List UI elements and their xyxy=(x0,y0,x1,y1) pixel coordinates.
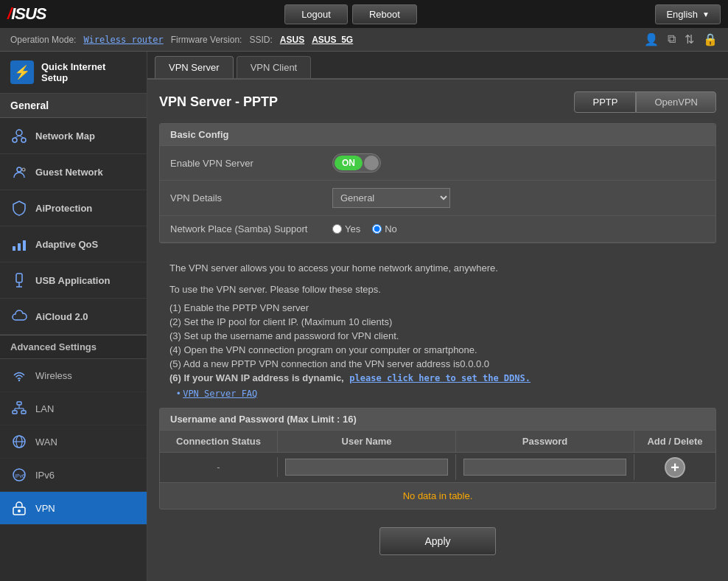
content-area: VPN Server - PPTP PPTP OpenVPN Basic Con… xyxy=(147,80,728,581)
sidebar-item-network-map[interactable]: Network Map xyxy=(0,118,147,154)
svg-line-3 xyxy=(15,136,19,138)
sidebar-label-ipv6: IPv6 xyxy=(35,470,55,481)
aiprotection-icon xyxy=(10,199,28,217)
vpn-details-row: VPN Details General xyxy=(160,181,715,216)
sidebar-item-guest-network[interactable]: Guest Network xyxy=(0,154,147,190)
sidebar-item-usb-application[interactable]: USB Application xyxy=(0,262,147,299)
toggle-knob xyxy=(364,156,379,170)
vpn-details-value: General xyxy=(332,188,705,208)
sidebar-label-aicloud: AiCloud 2.0 xyxy=(35,311,88,322)
info-step6: (6) If your WAN IP address is dynamic, p… xyxy=(159,371,716,385)
tab-vpn-server[interactable]: VPN Server xyxy=(155,56,234,78)
info-line2: To use the VPN server. Please follow the… xyxy=(159,279,716,301)
op-mode-label: Operation Mode: xyxy=(10,35,76,45)
add-row-button[interactable]: + xyxy=(665,457,685,478)
vpn-details-select[interactable]: General xyxy=(332,188,450,208)
sidebar-item-lan[interactable]: LAN xyxy=(0,392,147,425)
page-header: VPN Server - PPTP PPTP OpenVPN xyxy=(159,91,716,113)
basic-config-section: Basic Config Enable VPN Server ON VPN De… xyxy=(159,123,716,243)
sidebar-item-wireless[interactable]: Wireless xyxy=(0,359,147,392)
ssid-5g-value[interactable]: ASUS_5G xyxy=(312,35,353,45)
radio-no-text: No xyxy=(385,223,397,234)
svg-point-5 xyxy=(17,167,21,172)
enable-vpn-row: Enable VPN Server ON xyxy=(160,146,715,181)
col-connection-status: Connection Status xyxy=(160,431,278,452)
sidebar-label-aiprotection: AiProtection xyxy=(35,203,92,214)
col-add-delete: Add / Delete xyxy=(634,431,715,452)
table-header: Username and Password (Max Limit : 16) xyxy=(160,408,715,431)
general-section-title: General xyxy=(0,94,147,118)
language-button[interactable]: English ▼ xyxy=(655,4,721,24)
chevron-down-icon: ▼ xyxy=(702,10,710,18)
ssid-value[interactable]: ASUS xyxy=(280,35,304,45)
user-table-section: Username and Password (Max Limit : 16) C… xyxy=(159,408,716,509)
radio-no[interactable] xyxy=(372,224,382,234)
svg-rect-14 xyxy=(17,402,21,405)
svg-rect-10 xyxy=(16,274,22,282)
no-data-message: No data in table. xyxy=(160,483,715,509)
td-status: - xyxy=(160,457,278,477)
logout-button[interactable]: Logout xyxy=(284,4,348,24)
main-content: VPN Server VPN Client VPN Server - PPTP … xyxy=(147,52,728,581)
info-step4: (4) Open the VPN connection program on y… xyxy=(159,343,716,357)
operation-mode-bar: Operation Mode: Wireless router Firmware… xyxy=(0,28,728,52)
wireless-icon xyxy=(10,366,28,384)
sidebar-item-aiprotection[interactable]: AiProtection xyxy=(0,190,147,226)
basic-config-header: Basic Config xyxy=(160,124,715,146)
pptp-button[interactable]: PPTP xyxy=(574,91,636,113)
sidebar-item-vpn[interactable]: VPN xyxy=(0,492,147,525)
lock-icon[interactable]: 🔒 xyxy=(703,32,718,46)
svg-point-27 xyxy=(18,509,21,512)
password-input[interactable] xyxy=(463,459,626,476)
radio-yes-label[interactable]: Yes xyxy=(332,223,360,234)
faq-link[interactable]: VPN Server FAQ xyxy=(183,389,257,399)
table-row: - + xyxy=(160,453,715,483)
page-title: VPN Server - PPTP xyxy=(159,94,278,110)
sidebar-label-guest-network: Guest Network xyxy=(35,167,103,178)
tab-bar: VPN Server VPN Client xyxy=(147,52,728,80)
reboot-button[interactable]: Reboot xyxy=(352,4,417,24)
sidebar-label-vpn: VPN xyxy=(35,503,55,514)
ddns-link[interactable]: please click here to set the DDNS. xyxy=(349,373,531,383)
info-line1: The VPN server allows you to access your… xyxy=(159,254,716,279)
username-input[interactable] xyxy=(285,459,448,476)
wan-icon xyxy=(10,433,28,450)
svg-point-0 xyxy=(16,130,22,136)
apply-button[interactable]: Apply xyxy=(379,527,495,555)
info-step2: (2) Set the IP pool for client IP. (Maxi… xyxy=(159,315,716,329)
enable-vpn-value: ON xyxy=(332,153,705,173)
sidebar-item-aicloud[interactable]: AiCloud 2.0 xyxy=(0,299,147,335)
quick-internet-setup[interactable]: ⚡ Quick InternetSetup xyxy=(0,52,147,94)
network-place-row: Network Place (Samba) Support Yes No xyxy=(160,216,715,243)
firmware-label: Firmware Version: xyxy=(171,35,242,45)
radio-no-label[interactable]: No xyxy=(372,223,397,234)
sidebar-item-wan[interactable]: WAN xyxy=(0,425,147,459)
sidebar-label-adaptive-qos: Adaptive QoS xyxy=(35,239,98,250)
sidebar-item-ipv6[interactable]: IPv6 IPv6 xyxy=(0,459,147,492)
person-icon[interactable]: 👤 xyxy=(644,32,659,46)
svg-point-13 xyxy=(18,380,20,381)
sidebar-item-adaptive-qos[interactable]: Adaptive QoS xyxy=(0,226,147,262)
radio-yes-text: Yes xyxy=(345,223,360,234)
tab-vpn-client[interactable]: VPN Client xyxy=(237,56,312,78)
top-bar: /ISUS Logout Reboot English ▼ xyxy=(0,0,728,28)
copy-icon[interactable]: ⧉ xyxy=(668,32,676,46)
aicloud-icon xyxy=(10,307,28,325)
svg-point-1 xyxy=(13,138,17,142)
op-mode-value[interactable]: Wireless router xyxy=(83,35,163,45)
info-step5: (5) Add a new PPTP VPN connection and th… xyxy=(159,357,716,371)
svg-rect-16 xyxy=(21,411,26,414)
usb-icon[interactable]: ⇅ xyxy=(685,32,694,46)
asus-logo: /ISUS xyxy=(7,4,46,24)
network-place-label: Network Place (Samba) Support xyxy=(170,223,332,234)
apply-bar: Apply xyxy=(159,520,716,563)
protocol-buttons: PPTP OpenVPN xyxy=(574,91,716,113)
svg-point-6 xyxy=(22,168,25,171)
ipv6-icon: IPv6 xyxy=(10,466,28,484)
sidebar-label-lan: LAN xyxy=(35,403,54,414)
openvpn-button[interactable]: OpenVPN xyxy=(636,91,716,113)
radio-yes[interactable] xyxy=(332,224,342,234)
top-buttons: Logout Reboot xyxy=(284,4,417,24)
enable-vpn-toggle[interactable]: ON xyxy=(332,153,381,173)
guest-network-icon xyxy=(10,163,28,181)
